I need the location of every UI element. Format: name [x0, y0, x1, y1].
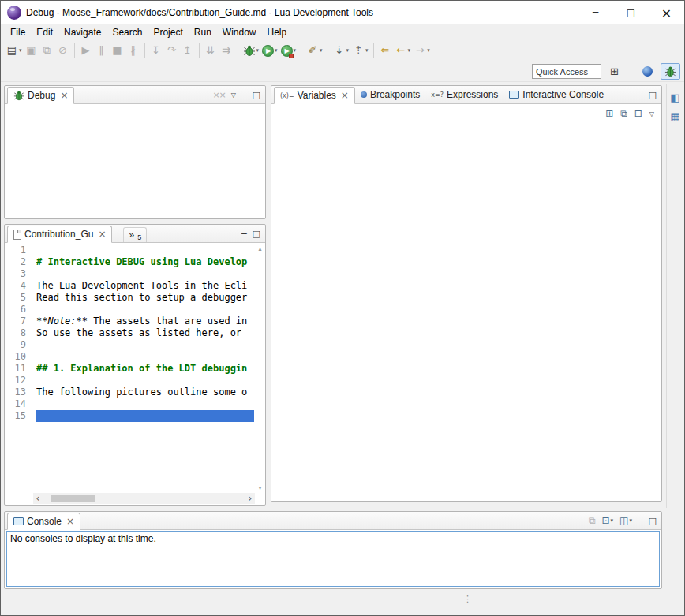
open-element-button[interactable]: ✐▾: [305, 42, 324, 59]
editor-maximize-icon[interactable]: □: [253, 229, 260, 239]
pin-console-icon[interactable]: ⧉: [589, 515, 596, 526]
scroll-right-icon[interactable]: ›: [245, 494, 255, 503]
display-selected-console-icon[interactable]: ⊡▾: [602, 515, 614, 526]
skip-all-breakpoints-button[interactable]: ⊘: [55, 42, 71, 59]
next-annotation-button[interactable]: ⇣▾: [331, 42, 351, 59]
menu-run[interactable]: Run: [189, 25, 217, 39]
tab-contribution-guide[interactable]: Contribution_Gu ×: [7, 226, 112, 243]
scrollbar-track[interactable]: [43, 493, 245, 504]
chevron-down-icon[interactable]: ▾: [408, 47, 411, 54]
open-perspective-button[interactable]: ⊞: [605, 63, 624, 80]
tab-expressions[interactable]: x=?Expressions: [425, 86, 503, 103]
line-number[interactable]: 12: [5, 375, 26, 386]
editor-horizontal-scrollbar[interactable]: ‹ ›: [33, 493, 255, 504]
remove-all-terminated-icon[interactable]: ××: [212, 90, 225, 100]
scrollbar-thumb[interactable]: [51, 495, 95, 502]
line-number[interactable]: 8: [5, 327, 26, 339]
tab-console[interactable]: Console ×: [7, 513, 80, 530]
drop-to-frame-button[interactable]: ⇊: [203, 42, 219, 59]
line-number[interactable]: 13: [5, 386, 26, 398]
chevron-down-icon[interactable]: ▾: [629, 517, 632, 524]
collapse-all-icon[interactable]: ⊟: [634, 108, 642, 119]
resume-button[interactable]: ▶: [78, 42, 94, 59]
view-menu-icon[interactable]: ▽: [649, 110, 654, 118]
save-button[interactable]: ▣: [24, 42, 39, 59]
tab-variables[interactable]: (x)=Variables×: [274, 87, 355, 104]
chevron-down-icon[interactable]: ▾: [256, 47, 260, 54]
debug-button[interactable]: ▾: [241, 42, 261, 59]
line-number[interactable]: 6: [5, 304, 26, 315]
line-number[interactable]: 10: [5, 351, 26, 363]
maximize-window-button[interactable]: □: [613, 1, 649, 24]
tab-close-icon[interactable]: ×: [341, 90, 349, 101]
line-number[interactable]: 1: [5, 245, 26, 256]
line-number[interactable]: 15: [5, 410, 26, 422]
code-area[interactable]: # Interactive DEBUG using Lua Develop Th…: [36, 245, 254, 493]
line-number[interactable]: 7: [5, 315, 26, 327]
line-number[interactable]: 14: [5, 398, 26, 410]
forward-button[interactable]: →▾: [412, 42, 432, 59]
menu-help[interactable]: Help: [262, 25, 293, 39]
line-number[interactable]: 2: [5, 256, 26, 268]
tab-console-close-icon[interactable]: ×: [66, 516, 74, 527]
scroll-down-icon[interactable]: ▾: [258, 484, 261, 491]
debug-minimize-icon[interactable]: ─: [241, 90, 247, 100]
variables-maximize-icon[interactable]: □: [649, 90, 657, 100]
chevron-down-icon[interactable]: ▾: [365, 47, 369, 54]
menu-navigate[interactable]: Navigate: [58, 25, 107, 39]
titlebar[interactable]: Debug - Moose_Framework/docs/Contributio…: [1, 1, 684, 24]
suspend-button[interactable]: ‖: [94, 42, 110, 59]
chevron-down-icon[interactable]: ▾: [346, 47, 350, 54]
editor-vertical-scrollbar[interactable]: ▴ ▾: [255, 243, 265, 494]
line-number[interactable]: 9: [5, 339, 26, 351]
trim-grip-handle[interactable]: ⋮: [463, 594, 472, 604]
quick-access-input[interactable]: [532, 64, 601, 79]
editor-minimize-icon[interactable]: ─: [241, 229, 247, 239]
back-button[interactable]: ←▾: [393, 42, 413, 59]
show-type-names-icon[interactable]: ⊞: [605, 108, 613, 119]
chevron-down-icon[interactable]: ▾: [427, 47, 430, 54]
variables-minimize-icon[interactable]: ─: [638, 90, 643, 100]
chevron-down-icon[interactable]: ▾: [19, 47, 22, 54]
disconnect-button[interactable]: ∦: [125, 42, 141, 59]
line-number[interactable]: 5: [5, 292, 26, 304]
tab-breakpoints[interactable]: Breakpoints: [355, 86, 425, 103]
line-number[interactable]: 4: [5, 280, 26, 292]
scroll-up-icon[interactable]: ▴: [258, 245, 261, 252]
tab-debug[interactable]: Debug ×: [7, 87, 74, 104]
debug-view-menu-icon[interactable]: ▽: [231, 91, 236, 99]
chevron-down-icon[interactable]: ▾: [294, 47, 297, 54]
menu-edit[interactable]: Edit: [31, 25, 58, 39]
chevron-down-icon[interactable]: ▾: [275, 47, 278, 54]
last-edit-location-button[interactable]: ⇐: [377, 42, 393, 59]
console-minimize-icon[interactable]: ─: [638, 516, 643, 526]
line-number[interactable]: 3: [5, 268, 26, 280]
minimized-view-restore-icon[interactable]: ◧: [670, 91, 679, 103]
menu-file[interactable]: File: [5, 25, 31, 39]
chevron-down-icon[interactable]: ▾: [611, 517, 614, 524]
debug-maximize-icon[interactable]: □: [253, 90, 260, 100]
step-into-button[interactable]: ↧: [148, 42, 164, 59]
tab-debug-close-icon[interactable]: ×: [60, 90, 68, 101]
menu-window[interactable]: Window: [217, 25, 262, 39]
line-number[interactable]: 11: [5, 363, 26, 375]
menu-search[interactable]: Search: [107, 25, 148, 39]
menu-project[interactable]: Project: [148, 25, 188, 39]
step-return-button[interactable]: ↥: [180, 42, 196, 59]
open-console-icon[interactable]: ◫▾: [619, 515, 632, 526]
show-logical-structure-icon[interactable]: ⧉: [620, 108, 627, 119]
terminate-button[interactable]: ■: [110, 42, 125, 59]
chevron-down-icon[interactable]: ▾: [320, 47, 323, 54]
run-button[interactable]: ▶▾: [260, 42, 279, 59]
previous-annotation-button[interactable]: ⇡▾: [350, 42, 370, 59]
external-tools-button[interactable]: ▶▾: [279, 42, 298, 59]
use-step-filters-button[interactable]: ⇉: [219, 42, 234, 59]
minimize-window-button[interactable]: ─: [578, 1, 613, 24]
scroll-left-icon[interactable]: ‹: [33, 494, 43, 503]
minimized-view-palette-icon[interactable]: ▦: [670, 110, 679, 122]
console-maximize-icon[interactable]: □: [649, 516, 657, 526]
save-all-button[interactable]: ⧉: [39, 42, 55, 59]
line-number-ruler[interactable]: 123456789101112131415: [5, 245, 32, 493]
lua-perspective-button[interactable]: [638, 63, 657, 80]
debug-perspective-button[interactable]: [661, 63, 680, 80]
